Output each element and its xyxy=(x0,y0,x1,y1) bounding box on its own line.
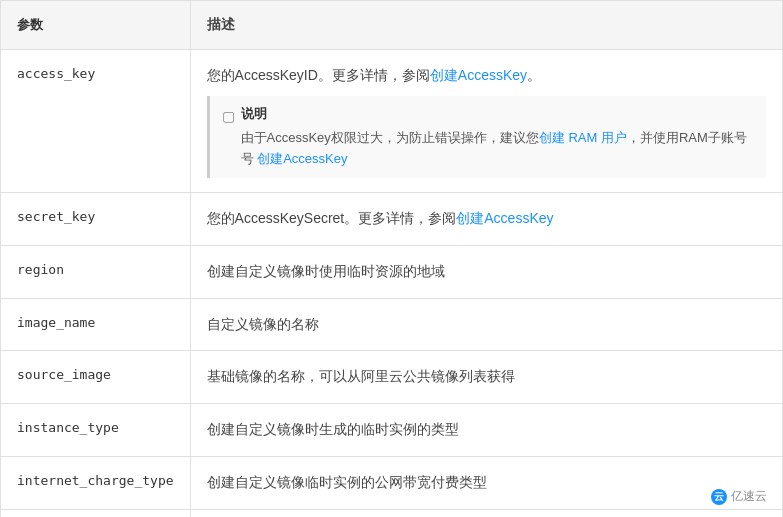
desc-suffix: 。 xyxy=(527,67,541,83)
link-create-accesskey-secret[interactable]: 创建AccessKey xyxy=(456,210,553,226)
table-row: secret_key 您的AccessKeySecret。更多详情，参阅创建Ac… xyxy=(1,192,783,245)
watermark-icon: 云 xyxy=(711,489,727,505)
link-create-accesskey-sub[interactable]: 创建AccessKey xyxy=(257,151,347,166)
desc-access-key: 您的AccessKeyID。更多详情，参阅创建AccessKey。 ▢ 说明 由… xyxy=(190,49,782,192)
notice-content: 说明 由于AccessKey权限过大，为防止错误操作，建议您创建 RAM 用户，… xyxy=(241,104,747,170)
desc-instance-type: 创建自定义镜像时生成的临时实例的类型 xyxy=(190,404,782,457)
watermark-text: 亿速云 xyxy=(731,488,767,505)
param-provisioners: provisioners xyxy=(1,509,191,517)
table-row: source_image 基础镜像的名称，可以从阿里云公共镜像列表获得 xyxy=(1,351,783,404)
desc-region: 创建自定义镜像时使用临时资源的地域 xyxy=(190,245,782,298)
param-access-key: access_key xyxy=(1,49,191,192)
notice-box: ▢ 说明 由于AccessKey权限过大，为防止错误操作，建议您创建 RAM 用… xyxy=(207,96,766,178)
desc-prefix: 您的AccessKeyID。更多详情，参阅 xyxy=(207,67,430,83)
link-create-accesskey-1[interactable]: 创建AccessKey xyxy=(430,67,527,83)
header-param: 参数 xyxy=(1,1,191,50)
desc-source-image: 基础镜像的名称，可以从阿里云公共镜像列表获得 xyxy=(190,351,782,404)
desc-internet-charge-type: 创建自定义镜像临时实例的公网带宽付费类型 xyxy=(190,456,782,509)
notice-title: 说明 xyxy=(241,104,747,125)
desc-text-access-key: 您的AccessKeyID。更多详情，参阅创建AccessKey。 xyxy=(207,64,766,88)
param-image-name: image_name xyxy=(1,298,191,351)
table-row: instance_type 创建自定义镜像时生成的临时实例的类型 xyxy=(1,404,783,457)
param-source-image: source_image xyxy=(1,351,191,404)
table-row: provisioners 创建自定义镜像时使用的Packer 配置器类型 xyxy=(1,509,783,517)
param-instance-type: instance_type xyxy=(1,404,191,457)
params-table-container: 参数 描述 access_key 您的AccessKeyID。更多详情，参阅创建… xyxy=(0,0,783,517)
param-region: region xyxy=(1,245,191,298)
param-internet-charge-type: internet_charge_type xyxy=(1,456,191,509)
notice-body: 由于AccessKey权限过大，为防止错误操作，建议您创建 RAM 用户，并使用… xyxy=(241,128,747,170)
table-row: image_name 自定义镜像的名称 xyxy=(1,298,783,351)
watermark: 云 亿速云 xyxy=(711,488,767,505)
param-secret-key: secret_key xyxy=(1,192,191,245)
table-row: access_key 您的AccessKeyID。更多详情，参阅创建Access… xyxy=(1,49,783,192)
link-ram-user[interactable]: 创建 RAM 用户 xyxy=(539,130,627,145)
table-row: region 创建自定义镜像时使用临时资源的地域 xyxy=(1,245,783,298)
desc-secret-key: 您的AccessKeySecret。更多详情，参阅创建AccessKey xyxy=(190,192,782,245)
params-table: 参数 描述 access_key 您的AccessKeyID。更多详情，参阅创建… xyxy=(0,0,783,517)
desc-provisioners: 创建自定义镜像时使用的Packer 配置器类型 xyxy=(190,509,782,517)
desc-image-name: 自定义镜像的名称 xyxy=(190,298,782,351)
table-row: internet_charge_type 创建自定义镜像临时实例的公网带宽付费类… xyxy=(1,456,783,509)
notice-icon: ▢ xyxy=(222,105,235,129)
header-desc: 描述 xyxy=(190,1,782,50)
